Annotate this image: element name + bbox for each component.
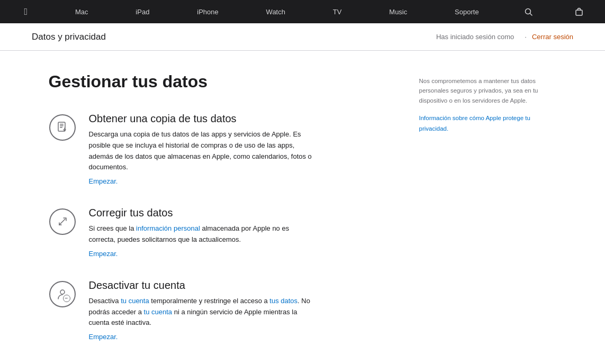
section-deactivate-desc: Desactiva tu cuenta temporalmente y rest…: [89, 296, 317, 329]
logout-button[interactable]: Cerrar sesión: [532, 33, 573, 41]
section-correct-desc: Si crees que la información personal alm…: [89, 223, 317, 245]
content-right: Nos comprometemos a mantener tus datos p…: [419, 72, 557, 364]
section-copy-body: Obtener una copia de tus datos Descarga …: [89, 113, 317, 186]
svg-line-8: [59, 219, 65, 225]
section-correct-heading: Corregir tus datos: [89, 207, 317, 219]
section-correct: Corregir tus datos Si crees que la infor…: [49, 207, 387, 258]
section-correct-body: Corregir tus datos Si crees que la infor…: [89, 207, 317, 258]
nav-item-music[interactable]: Music: [382, 8, 414, 16]
commitment-text: Nos comprometemos a mantener tus datos p…: [419, 76, 557, 105]
session-label: Has iniciado sesión como: [436, 33, 514, 41]
section-deactivate: − Desactivar tu cuenta Desactiva tu cuen…: [49, 279, 387, 341]
section-copy-heading: Obtener una copia de tus datos: [89, 113, 317, 125]
tu-cuenta-link[interactable]: tu cuenta: [121, 297, 149, 305]
content-left: Gestionar tus datos Obtener una copia de…: [49, 72, 387, 364]
page-title: Gestionar tus datos: [49, 72, 387, 92]
deactivate-account-icon: −: [49, 280, 76, 308]
privacy-info-link[interactable]: Información sobre cómo Apple protege tu …: [419, 115, 530, 131]
section-correct-empezar[interactable]: Empezar.: [89, 250, 118, 258]
copy-data-icon: [49, 114, 76, 141]
section-copy-empezar[interactable]: Empezar.: [89, 177, 118, 185]
separator: ·: [525, 33, 527, 41]
subheader-title: Datos y privacidad: [32, 32, 106, 42]
section-deactivate-empezar[interactable]: Empezar.: [89, 333, 118, 341]
bag-icon[interactable]: [570, 7, 588, 16]
svg-rect-6: [60, 127, 62, 128]
subheader: Datos y privacidad Has iniciado sesión c…: [0, 23, 605, 51]
nav-item-tv[interactable]: TV: [326, 8, 349, 16]
navigation:  Mac iPad iPhone Watch TV Music Soporte: [0, 0, 605, 23]
nav-item-ipad[interactable]: iPad: [128, 8, 157, 16]
svg-rect-2: [576, 10, 582, 15]
nav-item-iphone[interactable]: iPhone: [189, 8, 225, 16]
subheader-right: Has iniciado sesión como · Cerrar sesión: [436, 33, 573, 41]
personal-info-link[interactable]: información personal: [136, 224, 200, 232]
apple-logo-nav[interactable]: : [17, 6, 35, 17]
svg-line-1: [530, 13, 532, 15]
section-copy: Obtener una copia de tus datos Descarga …: [49, 113, 387, 186]
svg-point-11: [60, 290, 65, 294]
minus-badge-icon: −: [63, 295, 70, 302]
svg-rect-4: [60, 124, 64, 125]
main-container: Gestionar tus datos Obtener una copia de…: [17, 51, 589, 364]
svg-rect-5: [60, 125, 64, 126]
tu-cuenta-link2[interactable]: tu cuenta: [144, 308, 173, 316]
section-deactivate-body: Desactivar tu cuenta Desactiva tu cuenta…: [89, 279, 317, 341]
nav-item-watch[interactable]: Watch: [259, 8, 293, 16]
nav-item-soporte[interactable]: Soporte: [447, 8, 486, 16]
section-deactivate-heading: Desactivar tu cuenta: [89, 279, 317, 292]
section-copy-desc: Descarga una copia de tus datos de las a…: [89, 129, 317, 173]
nav-item-mac[interactable]: Mac: [68, 8, 96, 16]
tus-datos-link[interactable]: tus datos: [269, 297, 297, 305]
search-icon[interactable]: [519, 8, 538, 16]
correct-data-icon: [49, 208, 76, 235]
